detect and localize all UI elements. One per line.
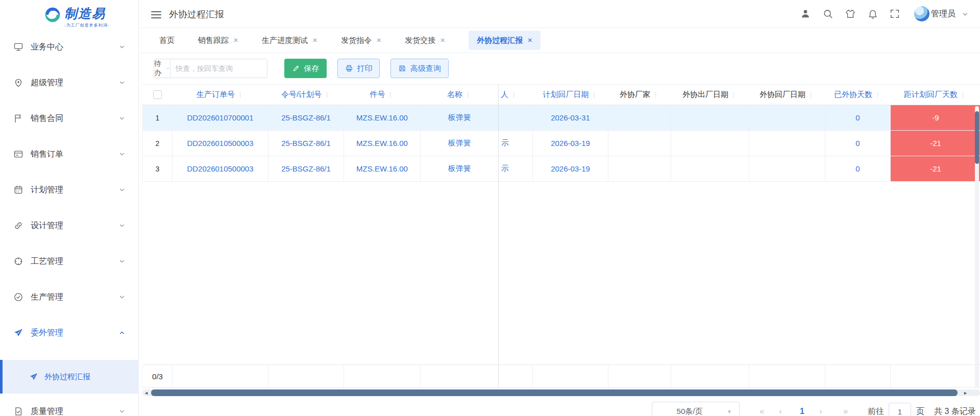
col-vendor[interactable]: 外协厂家⋮ — [608, 85, 671, 105]
goto-label: 前往 — [868, 402, 884, 416]
col-part-no[interactable]: 件号⋮ — [344, 85, 420, 105]
search-icon[interactable] — [822, 8, 834, 19]
sidebar-item-sales-contract[interactable]: 销售合同 — [0, 101, 139, 136]
app-logo[interactable]: 制造易 -为工厂创造更多利润- — [43, 5, 109, 28]
quick-search-input[interactable] — [170, 59, 273, 78]
print-button[interactable]: 打印 — [337, 59, 380, 78]
col-name[interactable]: 名称⋮ — [420, 85, 498, 105]
selection-count: 0/3 — [143, 365, 173, 387]
user-avatar[interactable] — [914, 6, 929, 21]
chevron-down-icon — [118, 258, 126, 265]
select-caret-icon — [166, 65, 170, 71]
sidebar-item-label: 设计管理 — [31, 221, 118, 231]
last-page-button[interactable]: » — [843, 402, 848, 416]
sidebar-item-quality-management[interactable]: 质量管理 — [0, 394, 139, 416]
next-page-button[interactable]: › — [819, 402, 822, 416]
tab-production-progress-test[interactable]: 生产进度测试✕ — [262, 36, 317, 45]
col-return-date[interactable]: 外协回厂日期⋮ — [749, 85, 825, 105]
sidebar-item-outsourcing-process-report[interactable]: 外协过程汇报 — [0, 360, 139, 394]
filter-select[interactable]: 待办 — [154, 59, 170, 78]
paper-plane-icon — [13, 328, 23, 338]
tab-shipping-handover[interactable]: 发货交接✕ — [405, 36, 445, 45]
sidebar-subitem-label: 外协过程汇报 — [44, 372, 90, 382]
sidebar-item-sales-order[interactable]: 销售订单 — [0, 136, 139, 172]
user-menu-caret-icon[interactable] — [962, 11, 969, 18]
total-records: 共 3 条记录 — [934, 402, 976, 416]
pagination-bar: 50条/页 ▼ « ‹ 1 › » 前往 页 共 3 条记录 — [0, 400, 980, 416]
column-menu-icon[interactable]: ⋮ — [510, 91, 517, 99]
tab-close-icon[interactable]: ✕ — [527, 37, 532, 44]
tab-close-icon[interactable]: ✕ — [233, 37, 238, 44]
link-icon — [13, 221, 23, 231]
username[interactable]: 管理员 — [931, 0, 955, 28]
tab-close-icon[interactable]: ✕ — [440, 37, 445, 44]
scroll-left-arrow[interactable]: ◄ — [144, 389, 149, 396]
tab-shipping-order[interactable]: 发货指令✕ — [341, 36, 381, 45]
tab-sales-tracking[interactable]: 销售跟踪✕ — [198, 36, 238, 45]
col-production-order-no[interactable]: 生产订单号⋮ — [172, 85, 268, 105]
tab-bar: 首页 销售跟踪✕ 生产进度测试✕ 发货指令✕ 发货交接✕ 外协过程汇报✕ — [139, 28, 980, 53]
sidebar-toggle-icon[interactable] — [151, 9, 161, 18]
col-plan-no[interactable]: 令号/计划号⋮ — [268, 85, 344, 105]
column-menu-icon[interactable]: ⋮ — [464, 91, 471, 99]
chevron-down-icon — [118, 43, 126, 51]
sidebar-item-plan-management[interactable]: 计划管理 — [0, 172, 139, 208]
sidebar-item-design-management[interactable]: 设计管理 — [0, 208, 139, 243]
sidebar-item-label: 业务中心 — [31, 42, 118, 53]
col-clipped[interactable]: 人⋮ — [498, 85, 532, 105]
page-size-select[interactable]: 50条/页 ▼ — [652, 402, 740, 416]
sidebar-item-label: 生产管理 — [31, 292, 118, 303]
tab-close-icon[interactable]: ✕ — [312, 37, 317, 44]
chevron-down-icon — [118, 186, 126, 193]
sidebar-item-production-management[interactable]: 生产管理 — [0, 279, 139, 315]
select-all-cell — [142, 85, 172, 105]
column-menu-icon[interactable]: ⋮ — [807, 91, 814, 99]
tab-outsourcing-process-report[interactable]: 外协过程汇报✕ — [469, 31, 541, 50]
vertical-scrollbar — [975, 106, 979, 388]
sidebar-item-label: 销售合同 — [31, 113, 118, 124]
scroll-right-arrow[interactable]: ► — [963, 389, 968, 396]
user-icon[interactable] — [800, 8, 811, 19]
prev-page-button[interactable]: ‹ — [779, 402, 782, 416]
compass-icon — [13, 256, 23, 266]
column-menu-icon[interactable]: ⋮ — [730, 91, 737, 99]
table-row[interactable]: 2 DD2026010500003 25-BSGZ-86/1 MZS.EW.16… — [142, 131, 980, 156]
col-out-date[interactable]: 外协出厂日期⋮ — [671, 85, 749, 105]
printer-icon — [345, 64, 353, 72]
sidebar-item-process-management[interactable]: 工艺管理 — [0, 243, 139, 279]
sidebar-item-outsourcing-management[interactable]: 委外管理 — [0, 315, 139, 351]
table-body: 1 DD2026010700001 25-BSGZ-86/1 MZS.EW.16… — [142, 105, 980, 182]
theme-shirt-icon[interactable] — [845, 8, 856, 19]
save-button[interactable]: 保存 — [284, 59, 327, 78]
column-menu-icon[interactable]: ⋮ — [652, 91, 659, 99]
first-page-button[interactable]: « — [760, 402, 764, 416]
column-menu-icon[interactable]: ⋮ — [387, 91, 394, 99]
advanced-query-button[interactable]: 高级查询 — [390, 59, 449, 78]
current-page[interactable]: 1 — [800, 402, 804, 416]
col-days-to-plan[interactable]: 距计划回厂天数⋮ — [890, 85, 980, 105]
vertical-scrollbar-thumb[interactable] — [975, 111, 979, 164]
sidebar-item-business-center[interactable]: 业务中心 — [0, 29, 139, 65]
tab-close-icon[interactable]: ✕ — [376, 37, 381, 44]
bell-icon[interactable] — [867, 8, 878, 19]
sidebar-item-label: 质量管理 — [31, 406, 118, 416]
table-row[interactable]: 3 DD2026010500003 25-BSGZ-86/1 MZS.EW.16… — [142, 156, 980, 182]
table-footer-row: 0/3 — [142, 364, 980, 388]
overdue-days-badge: -21 — [891, 156, 980, 181]
table-row[interactable]: 1 DD2026010700001 25-BSGZ-86/1 MZS.EW.16… — [142, 105, 980, 131]
col-plan-return-date[interactable]: 计划回厂日期⋮ — [532, 85, 608, 105]
sidebar-item-super-admin[interactable]: 超级管理 — [0, 65, 139, 101]
column-menu-icon[interactable]: ⋮ — [237, 91, 243, 99]
column-menu-icon[interactable]: ⋮ — [591, 91, 598, 99]
column-menu-icon[interactable]: ⋮ — [324, 91, 330, 99]
logo-swirl-icon — [43, 5, 62, 25]
check-circle-icon — [13, 292, 23, 302]
col-days-out[interactable]: 已外协天数⋮ — [825, 85, 890, 105]
column-menu-icon[interactable]: ⋮ — [874, 91, 881, 99]
fullscreen-icon[interactable] — [889, 8, 900, 19]
goto-page-input[interactable] — [889, 403, 911, 416]
column-menu-icon[interactable]: ⋮ — [960, 91, 966, 99]
horizontal-scrollbar-thumb[interactable] — [151, 389, 958, 396]
select-all-checkbox[interactable] — [153, 90, 162, 99]
tab-home[interactable]: 首页 — [159, 36, 175, 45]
